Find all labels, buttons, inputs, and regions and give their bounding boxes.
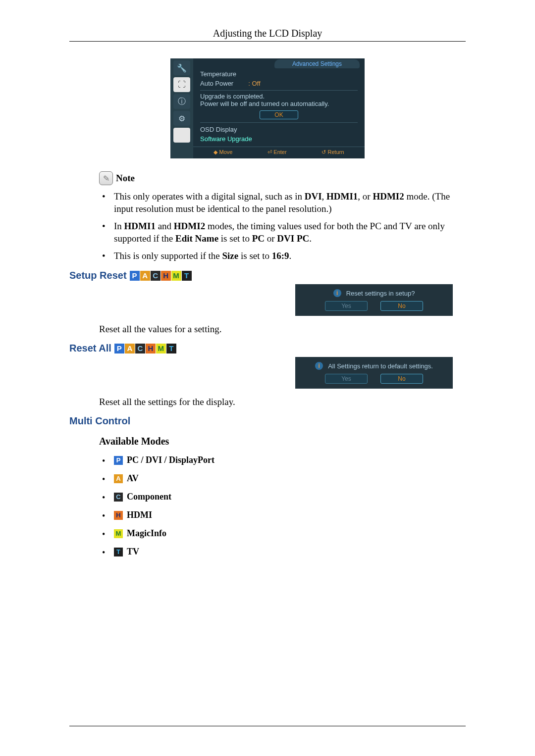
no-button[interactable]: No [380, 374, 423, 384]
osd-icon-info: ⓘ [173, 94, 190, 109]
dialog-question: Reset settings in setup? [346, 290, 415, 297]
osd-item[interactable]: OSD Display [200, 125, 358, 134]
mode-item: A AV [99, 473, 466, 484]
notes-list: This only operates with a digital signal… [99, 190, 466, 262]
osd-icon-slider: ⛶ [173, 77, 190, 92]
osd-panel: 🔧 ⛶ ⓘ ⚙ Advanced Settings Temperature Au… [170, 58, 365, 158]
mode-badge-M: M [156, 344, 166, 353]
setup-reset-dialog: i Reset settings in setup? Yes No [295, 284, 453, 316]
no-button[interactable]: No [380, 301, 423, 311]
mode-badge-M: M [114, 529, 123, 538]
note-item: In HDMI1 and HDMI2 modes, the timing val… [99, 220, 466, 245]
osd-row-label: Auto Power [200, 80, 233, 87]
mode-strip: P A C H M T [114, 344, 176, 353]
mode-item: T TV [99, 547, 466, 557]
info-icon: i [333, 289, 341, 297]
section-reset-all-title: Reset All [69, 343, 111, 354]
osd-footer-enter: ⏎ Enter [268, 149, 286, 155]
mode-badge-P: P [114, 344, 124, 353]
t: PC [252, 233, 265, 244]
t: . [309, 233, 312, 244]
osd-tab-title: Advanced Settings [274, 59, 360, 68]
mode-badge-A: A [140, 271, 150, 281]
mode-badge-T: T [166, 344, 176, 353]
available-modes-heading: Available Modes [99, 436, 466, 447]
osd-icon-gear: ⚙ [173, 111, 190, 126]
available-modes-list: P PC / DVI / DisplayPort A AV C Componen… [99, 455, 466, 557]
t: HDMI2 [373, 191, 404, 202]
t: . [289, 251, 292, 261]
mode-strip: P A C H M T [130, 271, 192, 281]
osd-icon-wrench: 🔧 [173, 60, 190, 75]
osd-row-value: : Off [248, 80, 260, 87]
t: is set to [218, 233, 252, 244]
dialog-question: All Settings return to default settings. [328, 362, 433, 370]
mode-badge-T: T [182, 271, 192, 281]
mode-badge-P: P [130, 271, 140, 281]
osd-row-label: Temperature [200, 70, 236, 78]
t: This only operates with a digital signal… [114, 191, 305, 202]
t: HDMI1 [124, 221, 156, 231]
t: In [114, 221, 124, 231]
mode-badge-T: T [114, 548, 123, 556]
mode-item: M MagicInfo [99, 528, 466, 539]
reset-all-desc: Reset all the settings for the display. [99, 397, 466, 407]
t: or [265, 233, 277, 244]
note-item: This is only supported if the Size is se… [99, 250, 466, 262]
note-icon: ✎ [99, 171, 113, 185]
note-label: Note [116, 173, 135, 184]
mode-item: P PC / DVI / DisplayPort [99, 455, 466, 465]
t: and [156, 221, 174, 231]
osd-icon-blank [173, 128, 190, 143]
t: HDMI1 [326, 191, 358, 202]
mode-label: AV [127, 473, 139, 484]
osd-footer-move: ◆ Move [214, 149, 232, 155]
osd-sidebar: 🔧 ⛶ ⓘ ⚙ [170, 58, 193, 158]
mode-badge-M: M [171, 271, 181, 281]
mode-label: HDMI [127, 510, 152, 520]
t: 16:9 [272, 251, 289, 261]
mode-badge-H: H [114, 511, 123, 520]
mode-label: PC / DVI / DisplayPort [127, 455, 214, 465]
osd-message-line2: Power will be off and turned on automati… [200, 100, 358, 107]
t: This is only supported if the [114, 251, 222, 261]
osd-footer: ◆ Move ⏎ Enter ↺ Return [193, 147, 365, 158]
mode-label: Component [127, 492, 171, 502]
mode-item: H HDMI [99, 510, 466, 520]
t: Edit Name [175, 233, 218, 244]
mode-badge-H: H [146, 344, 156, 353]
mode-badge-A: A [114, 474, 123, 483]
osd-row: Temperature [200, 69, 358, 79]
t: DVI [305, 191, 322, 202]
mode-badge-H: H [161, 271, 171, 281]
t: is set to [238, 251, 272, 261]
t: HDMI2 [174, 221, 205, 231]
osd-row: Auto Power : Off [200, 79, 358, 88]
section-setup-reset-title: Setup Reset [69, 270, 127, 281]
mode-item: C Component [99, 492, 466, 502]
mode-badge-P: P [114, 456, 123, 465]
osd-item[interactable]: Software Upgrade [200, 134, 358, 144]
t: , [322, 191, 327, 202]
note-item: This only operates with a digital signal… [99, 190, 466, 215]
osd-footer-return: ↺ Return [321, 149, 344, 155]
yes-button[interactable]: Yes [325, 301, 368, 311]
yes-button[interactable]: Yes [325, 374, 368, 384]
mode-label: TV [127, 547, 139, 557]
osd-message-line1: Upgrade is completed. [200, 93, 358, 100]
t: Size [222, 251, 238, 261]
info-icon: i [315, 362, 323, 370]
t: DVI PC [277, 233, 309, 244]
reset-all-dialog: i All Settings return to default setting… [295, 357, 453, 389]
page-title: Adjusting the LCD Display [69, 28, 466, 42]
mode-badge-C: C [151, 271, 160, 281]
setup-reset-desc: Reset all the values for a setting. [99, 324, 466, 335]
mode-badge-C: C [114, 493, 123, 502]
t: , or [358, 191, 373, 202]
footer-rule [69, 726, 466, 726]
mode-badge-A: A [125, 344, 135, 353]
mode-badge-C: C [135, 344, 145, 353]
osd-ok-button[interactable]: OK [260, 110, 298, 119]
mode-label: MagicInfo [127, 528, 166, 539]
section-multi-control-title: Multi Control [69, 415, 130, 427]
